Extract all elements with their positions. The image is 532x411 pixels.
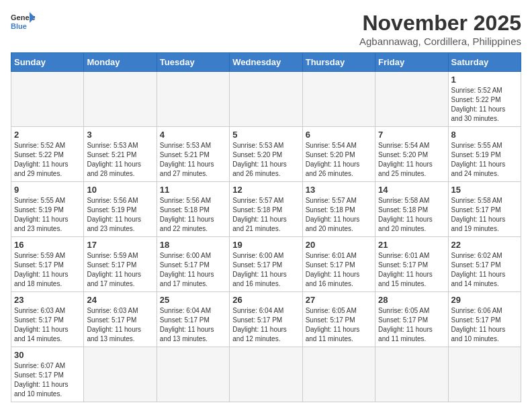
calendar-cell: 13Sunrise: 5:57 AM Sunset: 5:18 PM Dayli…	[302, 182, 375, 237]
day-number: 15	[451, 185, 518, 195]
title-area: November 2025 Agbannawag, Cordillera, Ph…	[359, 11, 521, 47]
calendar-cell: 22Sunrise: 6:02 AM Sunset: 5:17 PM Dayli…	[448, 237, 521, 292]
day-info: Sunrise: 6:04 AM Sunset: 5:17 PM Dayligh…	[160, 306, 226, 344]
calendar-cell	[302, 72, 375, 127]
weekday-header-saturday: Saturday	[448, 53, 521, 72]
day-number: 13	[306, 185, 372, 195]
calendar-cell: 23Sunrise: 6:03 AM Sunset: 5:17 PM Dayli…	[11, 292, 84, 347]
day-info: Sunrise: 6:05 AM Sunset: 5:17 PM Dayligh…	[306, 306, 372, 344]
weekday-header-wednesday: Wednesday	[230, 53, 302, 72]
generalblue-logo-icon: General Blue	[11, 11, 35, 31]
calendar-cell: 3Sunrise: 5:53 AM Sunset: 5:21 PM Daylig…	[84, 127, 157, 182]
day-info: Sunrise: 6:07 AM Sunset: 5:17 PM Dayligh…	[14, 361, 81, 399]
day-info: Sunrise: 5:52 AM Sunset: 5:22 PM Dayligh…	[451, 86, 518, 124]
day-info: Sunrise: 6:02 AM Sunset: 5:17 PM Dayligh…	[451, 251, 518, 289]
weekday-header-row: SundayMondayTuesdayWednesdayThursdayFrid…	[11, 53, 521, 72]
day-number: 25	[160, 295, 226, 305]
weekday-header-tuesday: Tuesday	[157, 53, 229, 72]
day-number: 20	[306, 240, 372, 250]
calendar-cell	[84, 72, 157, 127]
calendar-cell: 16Sunrise: 5:59 AM Sunset: 5:17 PM Dayli…	[11, 237, 84, 292]
day-number: 11	[160, 185, 226, 195]
calendar-cell	[157, 347, 229, 402]
day-info: Sunrise: 5:53 AM Sunset: 5:21 PM Dayligh…	[160, 141, 226, 179]
day-number: 21	[378, 240, 445, 250]
calendar-cell: 27Sunrise: 6:05 AM Sunset: 5:17 PM Dayli…	[302, 292, 375, 347]
day-number: 3	[87, 130, 153, 140]
calendar-cell: 18Sunrise: 6:00 AM Sunset: 5:17 PM Dayli…	[157, 237, 229, 292]
day-number: 27	[306, 295, 372, 305]
day-number: 18	[160, 240, 226, 250]
calendar-week-row: 2Sunrise: 5:52 AM Sunset: 5:22 PM Daylig…	[11, 127, 521, 182]
calendar-cell: 21Sunrise: 6:01 AM Sunset: 5:17 PM Dayli…	[375, 237, 448, 292]
day-number: 23	[14, 295, 81, 305]
calendar-cell	[230, 72, 302, 127]
day-info: Sunrise: 6:05 AM Sunset: 5:17 PM Dayligh…	[378, 306, 445, 344]
calendar-cell: 24Sunrise: 6:03 AM Sunset: 5:17 PM Dayli…	[84, 292, 157, 347]
calendar-cell: 15Sunrise: 5:58 AM Sunset: 5:17 PM Dayli…	[448, 182, 521, 237]
calendar-cell: 6Sunrise: 5:54 AM Sunset: 5:20 PM Daylig…	[302, 127, 375, 182]
day-info: Sunrise: 6:04 AM Sunset: 5:17 PM Dayligh…	[232, 306, 299, 344]
day-number: 24	[87, 295, 153, 305]
calendar-cell: 11Sunrise: 5:56 AM Sunset: 5:18 PM Dayli…	[157, 182, 229, 237]
calendar-cell: 20Sunrise: 6:01 AM Sunset: 5:17 PM Dayli…	[302, 237, 375, 292]
calendar-cell: 8Sunrise: 5:55 AM Sunset: 5:19 PM Daylig…	[448, 127, 521, 182]
day-number: 26	[232, 295, 299, 305]
calendar-cell: 17Sunrise: 5:59 AM Sunset: 5:17 PM Dayli…	[84, 237, 157, 292]
day-number: 29	[451, 295, 518, 305]
day-number: 28	[378, 295, 445, 305]
calendar-cell: 30Sunrise: 6:07 AM Sunset: 5:17 PM Dayli…	[11, 347, 84, 402]
calendar-week-row: 9Sunrise: 5:55 AM Sunset: 5:19 PM Daylig…	[11, 182, 521, 237]
day-info: Sunrise: 5:54 AM Sunset: 5:20 PM Dayligh…	[306, 141, 372, 179]
day-number: 5	[232, 130, 299, 140]
day-info: Sunrise: 6:00 AM Sunset: 5:17 PM Dayligh…	[232, 251, 299, 289]
calendar-table: SundayMondayTuesdayWednesdayThursdayFrid…	[11, 52, 521, 402]
day-number: 16	[14, 240, 81, 250]
day-info: Sunrise: 5:57 AM Sunset: 5:18 PM Dayligh…	[306, 196, 372, 234]
day-number: 4	[160, 130, 226, 140]
weekday-header-sunday: Sunday	[11, 53, 84, 72]
calendar-cell: 7Sunrise: 5:54 AM Sunset: 5:20 PM Daylig…	[375, 127, 448, 182]
day-info: Sunrise: 5:57 AM Sunset: 5:18 PM Dayligh…	[232, 196, 299, 234]
day-info: Sunrise: 5:53 AM Sunset: 5:20 PM Dayligh…	[232, 141, 299, 179]
page-header: General Blue November 2025 Agbannawag, C…	[11, 11, 521, 47]
day-number: 9	[14, 185, 81, 195]
day-number: 1	[451, 75, 518, 85]
calendar-cell: 19Sunrise: 6:00 AM Sunset: 5:17 PM Dayli…	[230, 237, 302, 292]
weekday-header-monday: Monday	[84, 53, 157, 72]
day-number: 17	[87, 240, 153, 250]
calendar-cell: 26Sunrise: 6:04 AM Sunset: 5:17 PM Dayli…	[230, 292, 302, 347]
logo: General Blue	[11, 11, 35, 31]
day-number: 6	[306, 130, 372, 140]
calendar-cell	[375, 72, 448, 127]
calendar-cell: 12Sunrise: 5:57 AM Sunset: 5:18 PM Dayli…	[230, 182, 302, 237]
calendar-week-row: 30Sunrise: 6:07 AM Sunset: 5:17 PM Dayli…	[11, 347, 521, 402]
month-title: November 2025	[359, 11, 521, 36]
calendar-cell	[84, 347, 157, 402]
calendar-cell	[448, 347, 521, 402]
calendar-cell: 1Sunrise: 5:52 AM Sunset: 5:22 PM Daylig…	[448, 72, 521, 127]
day-number: 14	[378, 185, 445, 195]
day-info: Sunrise: 6:00 AM Sunset: 5:17 PM Dayligh…	[160, 251, 226, 289]
calendar-cell: 9Sunrise: 5:55 AM Sunset: 5:19 PM Daylig…	[11, 182, 84, 237]
day-info: Sunrise: 5:54 AM Sunset: 5:20 PM Dayligh…	[378, 141, 445, 179]
day-info: Sunrise: 5:55 AM Sunset: 5:19 PM Dayligh…	[14, 196, 81, 234]
day-info: Sunrise: 5:58 AM Sunset: 5:17 PM Dayligh…	[451, 196, 518, 234]
calendar-cell	[375, 347, 448, 402]
day-number: 12	[232, 185, 299, 195]
calendar-cell	[157, 72, 229, 127]
calendar-week-row: 16Sunrise: 5:59 AM Sunset: 5:17 PM Dayli…	[11, 237, 521, 292]
day-number: 10	[87, 185, 153, 195]
day-number: 7	[378, 130, 445, 140]
day-number: 8	[451, 130, 518, 140]
day-info: Sunrise: 5:58 AM Sunset: 5:18 PM Dayligh…	[378, 196, 445, 234]
location-subtitle: Agbannawag, Cordillera, Philippines	[359, 36, 521, 47]
calendar-cell: 14Sunrise: 5:58 AM Sunset: 5:18 PM Dayli…	[375, 182, 448, 237]
calendar-week-row: 1Sunrise: 5:52 AM Sunset: 5:22 PM Daylig…	[11, 72, 521, 127]
day-info: Sunrise: 6:01 AM Sunset: 5:17 PM Dayligh…	[306, 251, 372, 289]
day-number: 2	[14, 130, 81, 140]
calendar-cell	[302, 347, 375, 402]
day-info: Sunrise: 6:01 AM Sunset: 5:17 PM Dayligh…	[378, 251, 445, 289]
day-number: 19	[232, 240, 299, 250]
day-info: Sunrise: 5:56 AM Sunset: 5:19 PM Dayligh…	[87, 196, 153, 234]
